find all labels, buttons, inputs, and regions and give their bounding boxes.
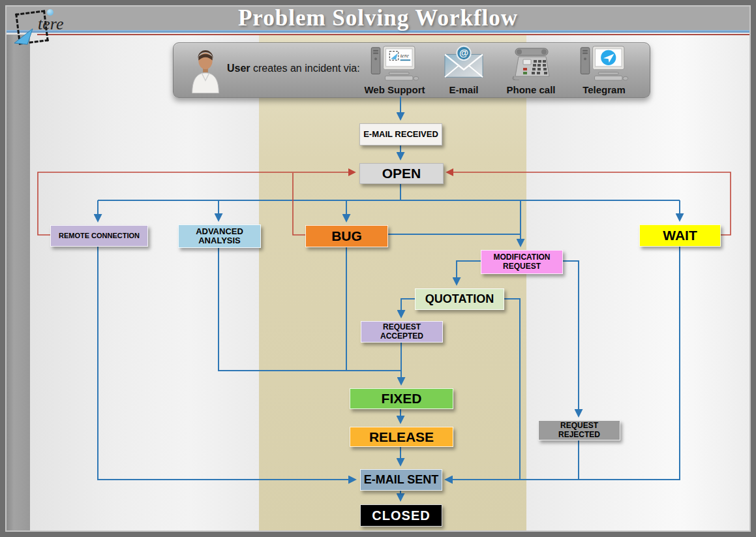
banner-caption-rest: creates an incident via: (250, 63, 360, 74)
node-email-sent: E-MAIL SENT (360, 469, 442, 491)
banner-caption-user: User (227, 63, 250, 74)
left-shade-strip (5, 35, 30, 532)
incident-channels-banner: User creates an incident via: tere Web S… (173, 42, 650, 98)
node-release: RELEASE (350, 427, 453, 447)
node-bug: BUG (305, 225, 388, 247)
node-request-rejected: REQUEST REJECTED (538, 420, 620, 440)
node-fixed: FIXED (350, 388, 453, 409)
node-advanced-analysis: ADVANCED ANALYSIS (178, 224, 261, 248)
header-strip: Problem Solving Workflow (5, 5, 751, 30)
channel-email: @ E-mail (439, 45, 489, 95)
logo-triangle-icon (13, 26, 35, 46)
svg-text:tere: tere (401, 52, 409, 59)
node-remote-connection: REMOTE CONNECTION (50, 225, 148, 247)
node-quotation: QUOTATION (415, 288, 504, 310)
node-open: OPEN (359, 163, 444, 184)
user-avatar-icon (187, 48, 224, 93)
channel-label: Phone call (506, 84, 555, 95)
channel-phone: Phone call (495, 45, 567, 95)
node-request-accepted: REQUEST ACCEPTED (361, 321, 443, 343)
node-modification-request: MODIFICATION REQUEST (481, 250, 563, 274)
email-icon: @ (444, 45, 484, 79)
problem-solving-workflow-diagram: Problem Solving Workflow tere User creat… (0, 0, 756, 537)
channel-label: E-mail (449, 84, 478, 95)
channel-web-support: tere Web Support (359, 45, 431, 95)
etere-logo: tere (9, 4, 87, 46)
logo-text: tere (38, 14, 63, 34)
channel-telegram: Telegram (565, 45, 643, 95)
channel-label: Telegram (582, 84, 626, 95)
web-support-icon: tere (369, 45, 420, 82)
svg-text:@: @ (459, 48, 468, 58)
page-title: Problem Solving Workflow (5, 5, 751, 31)
telegram-icon (579, 45, 629, 82)
header-rule-red (37, 34, 751, 35)
channel-label: Web Support (364, 84, 425, 95)
banner-caption: User creates an incident via: (227, 63, 360, 74)
node-wait: WAIT (639, 224, 721, 247)
center-band (259, 35, 526, 532)
node-email-received: E-MAIL RECEIVED (359, 123, 442, 146)
node-closed: CLOSED (360, 504, 442, 527)
phone-icon (510, 45, 552, 80)
